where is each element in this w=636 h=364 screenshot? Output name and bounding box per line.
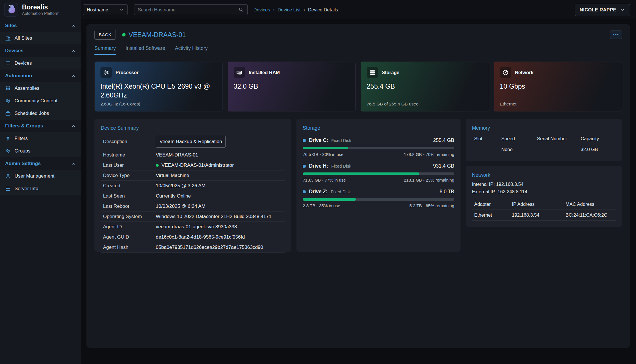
card-footer [234, 101, 350, 107]
sidebar-section-label: Devices [5, 48, 23, 54]
network-table: Adapter IP Address MAC Address Ethernet … [472, 199, 616, 221]
devices-icon [5, 60, 11, 66]
user-menu-button[interactable]: NICOLE RAPPE [575, 4, 630, 16]
search-input[interactable] [138, 7, 238, 13]
memory-cell-speed: None [501, 147, 537, 152]
sidebar-item-server-info[interactable]: Server Info [0, 182, 81, 195]
drive-size: 255.4 GB [433, 137, 454, 143]
sidebar-item-label: Filters [15, 136, 28, 141]
search-icon[interactable] [238, 7, 244, 13]
summary-row-last-reboot: Last Reboot 10/03/2025 @ 6:24 AM [101, 201, 285, 212]
network-header-adapter: Adapter [474, 202, 512, 207]
drive-usage-bar [303, 147, 454, 149]
drive-h: Drive H: Fixed Disk 931.4 GB 713.3 GB - … [303, 163, 454, 182]
drive-type: Fixed Disk [331, 164, 351, 168]
description-input[interactable] [156, 136, 226, 148]
page-title: VEEAM-DRAAS-01 [129, 31, 186, 39]
sidebar-item-assemblies[interactable]: Assemblies [0, 82, 81, 95]
summary-row-label: Agent GUID [103, 234, 156, 240]
sidebar-item-label: Community Content [15, 98, 57, 104]
card-footer: Ethernet [500, 101, 616, 107]
sidebar-section-label: Admin Settings [5, 161, 41, 166]
network-icon [500, 67, 511, 78]
tab-installed-software[interactable]: Installed Software [126, 45, 165, 55]
drive-bullet-icon [303, 139, 306, 142]
summary-row-label: Hostname [103, 152, 156, 158]
summary-row-hostname: Hostname VEEAM-DRAAS-01 [101, 150, 285, 160]
summary-row-agent-hash: Agent Hash 05ba0e7935171d626ecea29b27d7a… [101, 242, 285, 253]
installed-ram-card: Installed RAM 32.0 GB [228, 62, 356, 111]
breadcrumb-separator: › [303, 7, 305, 13]
drive-used-text: 76.5 GB - 30% in use [303, 152, 344, 157]
tab-activity-history[interactable]: Activity History [175, 45, 208, 55]
right-column: Memory Slot Speed Serial Number Capacity… [466, 119, 622, 227]
memory-table-row: None 32.0 GB [472, 144, 616, 155]
breadcrumb-devices[interactable]: Devices [253, 7, 270, 13]
summary-row-value: 05ba0e7935171d626ecea29b27d7ae175363cd90 [156, 245, 263, 250]
drive-remaining-text: 218.1 GB - 23% remaining [404, 178, 454, 182]
sidebar-section-sites[interactable]: Sites [0, 19, 81, 32]
brand-subtitle: Automation Platform [22, 11, 59, 16]
card-label: Processor [116, 70, 139, 75]
sidebar-section-admin-settings[interactable]: Admin Settings [0, 157, 81, 170]
sidebar-item-devices[interactable]: Devices [0, 57, 81, 70]
sidebar-item-scheduled-jobs[interactable]: Scheduled Jobs [0, 107, 81, 120]
sites-icon [5, 35, 11, 41]
back-button[interactable]: BACK [94, 30, 116, 40]
sidebar-item-label: User Management [15, 173, 54, 179]
sidebar: Sites All Sites Devices Devices Automati… [0, 19, 81, 364]
summary-row-value: Windows 10 2022 Datacenter 21H2 Build 20… [156, 214, 271, 219]
tab-bar: Summary Installed Software Activity Hist… [94, 45, 622, 55]
summary-row-value: 10/05/2025 @ 3:26 AM [156, 183, 205, 189]
main-area: BACK VEEAM-DRAAS-01 ••• Summary Installe… [81, 19, 636, 364]
summary-row-last-seen: Last Seen Currently Online [101, 191, 285, 201]
device-details-panel: BACK VEEAM-DRAAS-01 ••• Summary Installe… [86, 24, 630, 348]
sidebar-item-all-sites[interactable]: All Sites [0, 32, 81, 44]
stat-cards: Processor Intel(R) Xeon(R) CPU E5-2690 v… [94, 62, 622, 111]
detail-columns: Device Summary Description Hostname VEEA… [94, 119, 622, 252]
card-value: 10 Gbps [500, 82, 616, 91]
network-header-mac: MAC Address [566, 202, 613, 207]
memory-panel-title: Memory [472, 125, 616, 131]
cpu-icon [100, 67, 112, 78]
memory-header-serial: Serial Number [537, 136, 581, 141]
summary-row-label: Last Seen [103, 193, 156, 199]
more-actions-button[interactable]: ••• [610, 30, 622, 39]
sidebar-item-groups[interactable]: Groups [0, 145, 81, 157]
storage-icon [367, 67, 378, 78]
scheduled-jobs-icon [5, 111, 11, 116]
groups-icon [5, 148, 11, 154]
summary-row-agent-guid: Agent GUID de16c0c1-8aa2-4d18-9585-9ce91… [101, 232, 285, 242]
summary-row-value: VEEAM-DRAAS-01\Administrator [161, 162, 234, 168]
summary-row-operating-system: Operating System Windows 10 2022 Datacen… [101, 212, 285, 222]
summary-row-label: Last User [103, 162, 156, 168]
card-footer: 2.60GHz (16-Cores) [100, 101, 217, 107]
sidebar-section-filters-groups[interactable]: Filters & Groups [0, 120, 81, 132]
sidebar-section-automation[interactable]: Automation [0, 70, 81, 82]
summary-row-label: Created [103, 183, 156, 189]
card-label: Installed RAM [249, 70, 280, 75]
sidebar-item-community-content[interactable]: Community Content [0, 95, 81, 107]
sidebar-section-devices[interactable]: Devices [0, 44, 81, 57]
drive-c: Drive C: Fixed Disk 255.4 GB 76.5 GB - 3… [303, 137, 454, 157]
device-summary-title: Device Summary [101, 125, 285, 131]
memory-header-speed: Speed [501, 136, 537, 141]
hostname-filter-select[interactable]: Hostname [83, 4, 128, 15]
tab-summary[interactable]: Summary [94, 45, 116, 55]
drive-bullet-icon [303, 165, 306, 168]
sidebar-section-label: Filters & Groups [5, 123, 43, 129]
user-management-icon [5, 173, 11, 179]
sidebar-item-label: Assemblies [15, 86, 39, 91]
online-status-dot [122, 33, 126, 36]
network-table-header: Adapter IP Address MAC Address [472, 199, 616, 210]
drive-usage-fill [303, 172, 419, 175]
card-value: 255.4 GB [367, 82, 483, 91]
hostname-filter-value: Hostname [87, 7, 108, 13]
sidebar-item-filters[interactable]: Filters [0, 132, 81, 145]
memory-cell-capacity: 32.0 GB [581, 147, 613, 152]
breadcrumb: Devices › Device List › Device Details [253, 7, 338, 13]
breadcrumb-device-list[interactable]: Device List [278, 7, 301, 13]
sidebar-item-user-management[interactable]: User Management [0, 170, 81, 182]
memory-table-header: Slot Speed Serial Number Capacity [472, 133, 616, 144]
summary-row-last-user: Last User VEEAM-DRAAS-01\Administrator [101, 160, 285, 170]
